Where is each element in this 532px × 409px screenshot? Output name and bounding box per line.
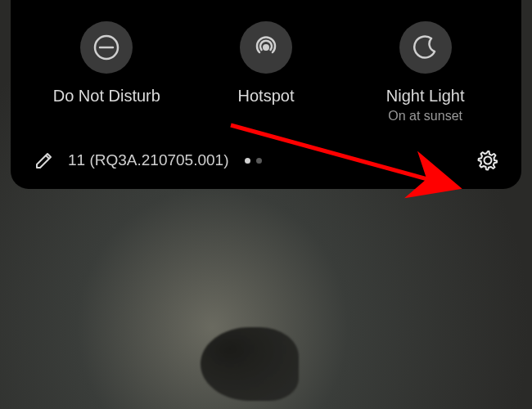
tile-night-light[interactable]: Night Light On at sunset: [360, 21, 491, 124]
hotspot-icon: [240, 21, 292, 74]
pencil-icon: [34, 150, 55, 171]
dnd-icon: [80, 21, 133, 74]
quick-settings-tiles-row: Do Not Disturb Hotspot Night Light On at…: [27, 15, 505, 146]
gear-icon: [477, 150, 498, 171]
tile-hotspot[interactable]: Hotspot: [201, 21, 331, 106]
tile-label: Do Not Disturb: [53, 87, 160, 106]
svg-point-2: [263, 44, 269, 51]
tile-label: Night Light: [386, 87, 465, 106]
build-version-text[interactable]: 11 (RQ3A.210705.001): [68, 151, 228, 169]
tile-do-not-disturb[interactable]: Do Not Disturb: [41, 21, 172, 106]
night-light-icon: [399, 21, 452, 74]
quick-settings-panel: Do Not Disturb Hotspot Night Light On at…: [11, 0, 521, 189]
page-dot: [256, 158, 262, 164]
page-dot-active: [245, 158, 250, 164]
edit-tiles-button[interactable]: [34, 150, 55, 171]
settings-button[interactable]: [477, 150, 498, 171]
tile-sublabel: On at sunset: [388, 109, 462, 124]
page-indicator: [245, 158, 262, 164]
tile-label: Hotspot: [238, 87, 295, 106]
quick-settings-footer: 11 (RQ3A.210705.001): [27, 146, 505, 176]
